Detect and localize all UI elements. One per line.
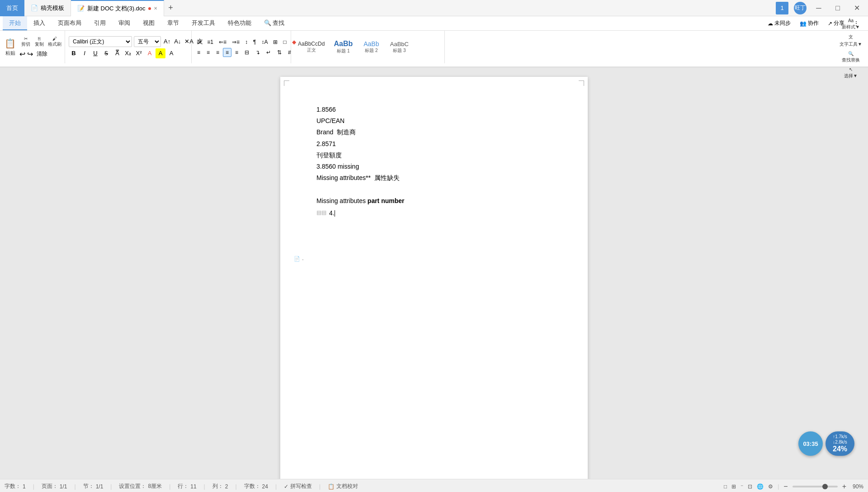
list-bullet-btn[interactable]: ≡• xyxy=(194,38,204,47)
paste-icon: 📋 xyxy=(5,38,16,49)
speed-down-text: ↓2.8k/s xyxy=(833,440,847,445)
font-size-increase[interactable]: A↑ xyxy=(163,37,171,46)
bold-button[interactable]: B xyxy=(69,48,79,58)
tab-home[interactable]: 首页 xyxy=(0,0,24,16)
spell-check-icon: ✓ xyxy=(284,483,288,490)
zoom-value[interactable]: 90% xyxy=(853,483,863,490)
superscript-button[interactable]: X² xyxy=(134,48,144,58)
part-number-bold: part number xyxy=(368,197,405,204)
highlight-button[interactable]: A xyxy=(156,48,165,58)
view-read-btn[interactable]: ⊡ xyxy=(748,483,752,490)
view-web-btn[interactable]: ⁻ xyxy=(741,483,743,490)
style-heading1[interactable]: AaBb 标题 1 xyxy=(330,33,357,61)
border-style-btn[interactable]: □ xyxy=(281,38,288,47)
close-tab-icon[interactable]: ✕ xyxy=(154,6,157,11)
document-content[interactable]: 1.8566 UPC/EAN Brand 制造商 2.8571 刊登額度 3.8… xyxy=(316,104,552,219)
minimize-button[interactable]: ─ xyxy=(812,1,826,15)
align-right-btn[interactable]: ≡ xyxy=(213,48,222,57)
doc-line-1: 1.8566 xyxy=(316,104,552,115)
style-heading2[interactable]: AaBb 标题 2 xyxy=(358,33,385,61)
para-indent2-btn[interactable]: ↵ xyxy=(264,48,274,57)
ribbon-tab-insert[interactable]: 插入 xyxy=(27,16,52,30)
strikethrough-button[interactable]: S̶ xyxy=(101,48,111,58)
zoom-slider[interactable] xyxy=(793,486,838,487)
indent-increase-btn[interactable]: ⇒≡ xyxy=(230,38,242,47)
doc-check-icon: 📋 xyxy=(328,483,335,490)
ribbon-tab-reference[interactable]: 引用 xyxy=(88,16,112,30)
doc-line-9: Missing attributes part number xyxy=(316,195,552,207)
new-style-button[interactable]: Aa 新样式▼ xyxy=(838,18,863,31)
list-number-btn[interactable]: ≡1 xyxy=(205,38,216,47)
close-button[interactable]: ✕ xyxy=(850,1,863,15)
ribbon-tab-special[interactable]: 特色功能 xyxy=(222,16,258,30)
sort-btn[interactable]: ↕A xyxy=(259,38,270,47)
redo-button[interactable]: ↪ xyxy=(27,50,33,58)
style-normal[interactable]: AaBbCcDd 正文 xyxy=(294,33,329,61)
paste-button[interactable]: 📋 粘贴 xyxy=(2,32,19,62)
ribbon-tab-find[interactable]: 🔍查找 xyxy=(258,16,291,30)
doc-icon-small: 📄 xyxy=(294,256,300,262)
add-tab-button[interactable]: + xyxy=(164,1,178,15)
sync-button[interactable]: ☁ 未同步 xyxy=(765,19,793,28)
font-size-decrease[interactable]: A↓ xyxy=(173,37,182,46)
find-replace-button[interactable]: 🔍 查找替换 xyxy=(838,51,863,64)
zoom-out-btn[interactable]: − xyxy=(783,483,788,491)
ribbon-tab-dev[interactable]: 开发工具 xyxy=(185,16,222,30)
ribbon-tab-start[interactable]: 开始 xyxy=(3,16,27,30)
home-tab-label: 首页 xyxy=(6,4,18,12)
tab-template[interactable]: 📄 稿壳模板 xyxy=(24,0,71,16)
margin-icon[interactable]: 📄 - xyxy=(294,256,304,262)
justify-btn[interactable]: ≡ xyxy=(223,48,231,57)
line-height-btn[interactable]: ↕ xyxy=(243,38,250,47)
copy-button[interactable]: ⎘ 复制 xyxy=(33,36,46,48)
col-layout-btn[interactable]: ⊟ xyxy=(242,48,252,57)
text-direction-btn[interactable]: ⇅ xyxy=(274,48,284,57)
ribbon-tab-review[interactable]: 审阅 xyxy=(112,16,137,30)
zoom-thumb[interactable] xyxy=(822,484,828,489)
speed-bubble[interactable]: ↑1.7k/s ↓2.8k/s 24% xyxy=(826,431,854,456)
style-heading3[interactable]: AaBbC 标题 3 xyxy=(386,33,413,61)
text-tool-button[interactable]: 文 文字工具▼ xyxy=(838,33,863,48)
strikethrough2-button[interactable]: A̿ xyxy=(112,48,122,58)
italic-button[interactable]: I xyxy=(80,48,90,58)
document-page[interactable]: 📄 - 1.8566 UPC/EAN Brand 制造商 2.8571 刊登額度… xyxy=(280,77,588,479)
collaborate-button[interactable]: 👥 协作 xyxy=(797,19,821,28)
format-painter-button[interactable]: 🖌 格式刷 xyxy=(47,36,63,48)
view-normal-btn[interactable]: □ xyxy=(724,483,727,490)
font-family-select[interactable]: Calibri (正文) xyxy=(69,36,132,47)
cut-button[interactable]: ✂ 剪切 xyxy=(19,36,32,48)
underline-button[interactable]: U xyxy=(90,48,100,58)
view-settings-btn[interactable]: ⚙ xyxy=(768,483,773,490)
user-avatar[interactable]: 旺丁 xyxy=(794,2,807,14)
indent-decrease-btn[interactable]: ⇐≡ xyxy=(217,38,229,47)
view-print-btn[interactable]: ⊞ xyxy=(731,483,736,490)
doc-line-10[interactable]: 4. xyxy=(329,208,335,219)
ribbon-tab-view[interactable]: 视图 xyxy=(137,16,161,30)
subscript-button[interactable]: X₂ xyxy=(123,48,133,58)
distribute-btn[interactable]: ≡ xyxy=(232,48,241,57)
maximize-button[interactable]: □ xyxy=(831,1,844,15)
cursor-line-container: ▤▤ 4. xyxy=(316,208,552,219)
time-bubble[interactable]: 03:35 xyxy=(798,431,823,456)
page-label: 页面： xyxy=(42,483,58,490)
undo-button[interactable]: ↩ xyxy=(19,50,25,58)
font-size-select[interactable]: 五号 xyxy=(134,36,161,47)
doc-check-item[interactable]: 📋 文档校对 xyxy=(328,483,358,490)
align-left-btn[interactable]: ≡ xyxy=(194,48,203,57)
font-bg-button[interactable]: A xyxy=(166,48,176,58)
table-border-btn[interactable]: ⊞ xyxy=(271,38,280,47)
tab-doc[interactable]: 📝 新建 DOC 文档(3).doc ✕ xyxy=(71,0,164,16)
spell-check-item[interactable]: ✓ 拼写检查 xyxy=(284,483,312,490)
align-center-btn[interactable]: ≡ xyxy=(204,48,212,57)
view-globe-btn[interactable]: 🌐 xyxy=(757,483,764,490)
para-indent-btn[interactable]: ↴ xyxy=(253,48,263,57)
ribbon-tab-layout[interactable]: 页面布局 xyxy=(52,16,88,30)
doc-check-label: 文档校对 xyxy=(336,483,358,490)
zoom-in-btn[interactable]: + xyxy=(842,483,846,491)
font-color-button[interactable]: A xyxy=(145,48,155,58)
select-button[interactable]: ↖ 选择▼ xyxy=(838,66,863,80)
styles-group: AaBbCcDd 正文 AaBb 标题 1 AaBb 标题 2 AaBbC 标题… xyxy=(291,31,445,63)
format-clear-button[interactable]: 清除 xyxy=(37,50,47,58)
ribbon-tab-chapter[interactable]: 章节 xyxy=(161,16,185,30)
paragraph-mark-btn[interactable]: ¶ xyxy=(251,38,258,47)
